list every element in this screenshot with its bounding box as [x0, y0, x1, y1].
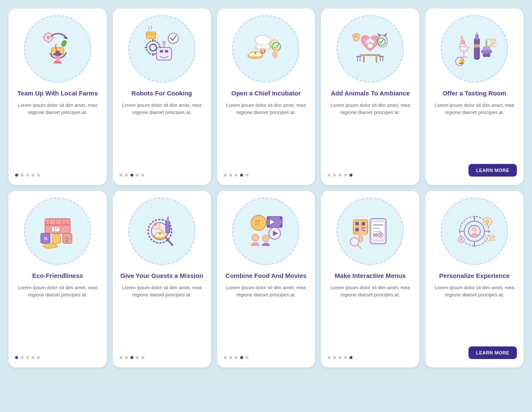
card-footer-4: [328, 174, 413, 177]
dot-8-2: [229, 356, 232, 359]
card-body-6: Lorem ipsum dolor sit dim amet, mea regi…: [15, 284, 100, 351]
svg-line-144: [357, 245, 361, 248]
svg-point-23: [168, 33, 178, 43]
card-footer-9: [328, 356, 413, 359]
card-team-up-farms: Team Up With Local Farms Lorem ipsum dol…: [8, 8, 107, 185]
dot-2-1: [119, 174, 122, 177]
svg-rect-111: [167, 216, 169, 218]
svg-rect-68: [475, 34, 479, 40]
dot-8-4: [240, 356, 243, 359]
dot-4-4: [344, 174, 347, 177]
card-footer-10: LEARN MORE: [432, 346, 517, 359]
learn-more-button-2[interactable]: LEARN MORE: [468, 346, 517, 359]
card-body-7: Lorem ipsum dolor sit dim amet, mea regi…: [119, 284, 204, 351]
card-icon-area-9: [336, 198, 404, 265]
dot-4-1: [328, 174, 331, 177]
svg-point-66: [357, 34, 360, 37]
svg-rect-70: [474, 44, 480, 48]
svg-rect-109: [166, 221, 170, 233]
card-title-8: Combine Food And Movies: [225, 272, 307, 280]
dot-6-1: [15, 356, 18, 359]
dot-1-3: [26, 174, 29, 177]
card-chief-incubator: Open a Chief Incubator Lorem ipsum dolor…: [217, 8, 315, 185]
eco-icon: ♻: [34, 208, 81, 254]
dot-4-5: [349, 174, 352, 177]
svg-point-152: [472, 227, 477, 232]
card-body-5: Lorem ipsum dolor sit dim amet, mea regi…: [432, 102, 517, 158]
farms-icon: [34, 26, 81, 72]
card-footer-5: LEARN MORE: [432, 164, 517, 177]
card-body-3: Lorem ipsum dolor sit dim amet, mea regi…: [224, 102, 309, 168]
card-footer-2: [119, 174, 204, 177]
robots-icon: [139, 26, 185, 72]
dot-2-2: [125, 174, 128, 177]
svg-line-41: [277, 49, 278, 52]
card-eco-friendliness: ♻ Eco-Friendliness Lorem ipsum dolor sit…: [8, 191, 107, 367]
svg-point-47: [368, 44, 373, 48]
svg-marker-6: [63, 36, 68, 39]
card-animals-ambiance: Add Animals To Ambiance Lorem ipsum dolo…: [321, 8, 419, 185]
svg-rect-19: [160, 50, 163, 53]
svg-point-1: [46, 35, 50, 40]
tasting-room-icon: 🔔: [451, 26, 498, 72]
incubator-icon: [243, 26, 289, 72]
dot-9-5: [349, 356, 352, 359]
learn-more-button-1[interactable]: LEARN MORE: [468, 164, 517, 177]
card-interactive-menus: Make Interactive Menus Lorem ipsum dolor…: [321, 191, 419, 367]
card-icon-area-4: [336, 15, 404, 82]
dot-1-4: [32, 174, 34, 177]
card-body-9: Lorem ipsum dolor sit dim amet, mea regi…: [328, 284, 413, 351]
card-body-2: Lorem ipsum dolor sit dim amet, mea regi…: [119, 102, 204, 168]
svg-point-154: [485, 219, 490, 224]
svg-line-39: [274, 49, 275, 52]
svg-rect-24: [146, 32, 156, 39]
food-movies-icon: [243, 208, 289, 254]
card-title-3: Open a Chief Incubator: [231, 89, 301, 98]
svg-line-76: [492, 43, 497, 44]
card-footer-8: [224, 356, 309, 359]
svg-rect-58: [360, 57, 360, 61]
card-icon-area-6: ♻: [24, 198, 91, 265]
card-icon-area-5: 🔔: [441, 15, 508, 82]
svg-line-77: [491, 46, 495, 47]
card-footer-3: [224, 174, 309, 177]
svg-point-122: [252, 234, 259, 241]
card-icon-area-1: [24, 15, 91, 82]
dot-7-5: [141, 356, 144, 359]
card-robots-cooking: Robots For Cooking Lorem ipsum dolor sit…: [113, 8, 211, 185]
svg-rect-54: [363, 56, 365, 63]
svg-point-123: [262, 235, 269, 242]
svg-rect-60: [380, 57, 381, 61]
dot-6-2: [21, 356, 24, 359]
card-icon-area-7: [128, 198, 196, 265]
svg-rect-130: [373, 233, 378, 237]
dot-7-4: [136, 356, 139, 359]
dot-9-2: [333, 356, 336, 359]
svg-rect-53: [360, 54, 381, 56]
dot-3-2: [229, 174, 232, 177]
dot-2-4: [136, 174, 139, 177]
svg-rect-61: [382, 57, 383, 61]
svg-point-46: [371, 40, 374, 43]
svg-point-43: [254, 52, 257, 54]
svg-rect-67: [474, 38, 479, 59]
card-body-4: Lorem ipsum dolor sit dim amet, mea regi…: [328, 102, 413, 168]
menus-icon: [347, 208, 393, 254]
personalize-icon: [451, 208, 498, 254]
dot-1-5: [37, 174, 40, 177]
dot-7-1: [119, 356, 122, 359]
dot-6-3: [26, 356, 29, 359]
svg-rect-135: [355, 222, 359, 225]
svg-rect-57: [357, 57, 358, 61]
svg-point-163: [460, 238, 463, 241]
svg-rect-136: [362, 222, 365, 225]
card-footer-1: [15, 174, 100, 177]
svg-point-13: [150, 44, 156, 51]
svg-point-28: [255, 35, 270, 45]
dot-6-5: [37, 356, 40, 359]
svg-rect-113: [267, 217, 270, 219]
card-body-1: Lorem ipsum dolor sit dim amet, mea regi…: [15, 102, 100, 168]
dot-3-3: [235, 174, 238, 177]
svg-line-142: [365, 232, 365, 235]
animals-icon: [347, 26, 393, 72]
